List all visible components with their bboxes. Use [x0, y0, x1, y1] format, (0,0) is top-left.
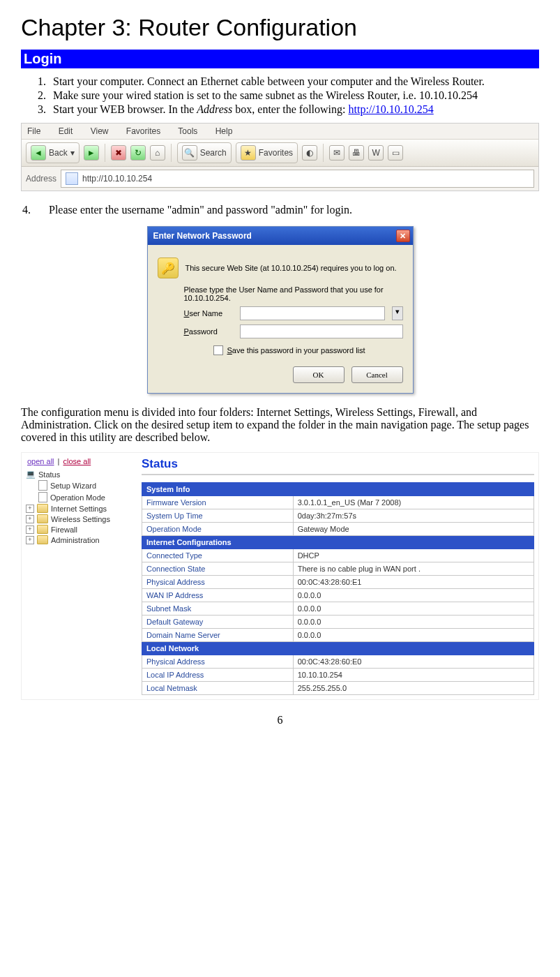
username-dropdown-icon[interactable]: ▾	[392, 306, 403, 320]
step-1: Start your computer. Connect an Ethernet…	[49, 75, 539, 88]
dialog-line-2: Please type the User Name and Password t…	[184, 285, 403, 302]
expand-icon[interactable]: +	[26, 505, 34, 513]
folder-icon	[37, 525, 48, 534]
dialog-line-1: This secure Web Site (at 10.10.10.254) r…	[186, 264, 403, 272]
toolbar-separator-3	[323, 144, 324, 162]
login-steps-list: Start your computer. Connect an Ethernet…	[21, 75, 539, 116]
back-arrow-icon: ◄	[31, 145, 46, 161]
section-heading-login: Login	[21, 50, 539, 68]
dialog-titlebar: Enter Network Password ✕	[148, 227, 413, 245]
tree-operation-mode[interactable]: Operation Mode	[38, 492, 130, 502]
open-all-link[interactable]: open all	[27, 457, 54, 465]
tree-administration[interactable]: +Administration	[26, 535, 130, 544]
section-internet-config: Internet Configurations	[142, 536, 534, 549]
expand-icon[interactable]: +	[26, 536, 34, 544]
document-icon	[38, 492, 47, 502]
document-icon	[38, 480, 47, 491]
local-physical-address-value: 00:0C:43:28:60:E0	[293, 655, 533, 669]
tree-status[interactable]: 💻 Status	[26, 470, 130, 479]
cancel-button[interactable]: Cancel	[351, 366, 403, 383]
ok-button[interactable]: OK	[293, 366, 345, 383]
tree-internet-label: Internet Settings	[51, 505, 107, 513]
star-icon: ★	[241, 145, 256, 161]
firmware-version-label: Firmware Version	[142, 496, 294, 509]
local-physical-address-label: Physical Address	[142, 655, 294, 669]
password-input[interactable]	[240, 325, 403, 338]
subnet-mask-label: Subnet Mask	[142, 602, 294, 616]
connected-type-label: Connected Type	[142, 549, 294, 562]
tree-wireless-label: Wireless Settings	[51, 515, 110, 523]
system-uptime-label: System Up Time	[142, 509, 294, 523]
edit-button[interactable]: W	[368, 145, 384, 161]
address-value: http://10.10.10.254	[82, 174, 152, 184]
tree-wireless-settings[interactable]: +Wireless Settings	[26, 514, 130, 523]
local-netmask-value: 255.255.255.0	[293, 682, 533, 695]
local-ip-value: 10.10.10.254	[293, 669, 533, 682]
step-3-address-word: Address	[197, 103, 232, 115]
username-label: UUser Nameser Name	[184, 309, 233, 318]
page-number: 6	[21, 714, 539, 726]
physical-address-value: 00:0C:43:28:60:E1	[293, 576, 533, 589]
username-input[interactable]	[240, 306, 385, 320]
wan-ip-value: 0.0.0.0	[293, 589, 533, 602]
back-label: Back	[49, 148, 68, 158]
menu-help[interactable]: Help	[215, 126, 233, 136]
menu-favorites[interactable]: Favorites	[126, 126, 160, 136]
address-bar-row: Address http://10.10.10.254	[22, 167, 538, 191]
expand-icon[interactable]: +	[26, 525, 34, 534]
menu-tools[interactable]: Tools	[178, 126, 197, 136]
menu-file[interactable]: File	[27, 126, 40, 136]
search-button[interactable]: 🔍 Search	[177, 142, 232, 163]
dialog-title-text: Enter Network Password	[153, 231, 252, 241]
section-local-network: Local Network	[142, 642, 534, 655]
folder-icon	[37, 514, 48, 523]
favorites-label: Favorites	[259, 148, 293, 158]
router-url-link[interactable]: http://10.10.10.254	[349, 103, 434, 115]
step-3: Start your WEB browser. In the Address b…	[49, 103, 539, 116]
password-dialog: Enter Network Password ✕ 🔑 This secure W…	[147, 226, 414, 394]
section-system-info: System Info	[142, 483, 534, 496]
expand-icon[interactable]: +	[26, 515, 34, 523]
tree-status-label: Status	[38, 470, 60, 479]
navigation-tree: open all | close all 💻 Status Setup Wiza…	[26, 457, 130, 695]
tree-setup-wizard[interactable]: Setup Wizard	[38, 480, 130, 491]
tree-wizard-label: Setup Wizard	[50, 482, 96, 490]
mail-button[interactable]: ✉	[329, 145, 345, 161]
step-3-text-a: Start your WEB browser. In the	[53, 103, 197, 115]
back-button[interactable]: ◄ Back ▾	[26, 142, 80, 163]
toolbar-separator	[105, 144, 105, 162]
menu-view[interactable]: View	[91, 126, 109, 136]
connection-state-value: There is no cable plug in WAN port .	[293, 562, 533, 576]
home-button[interactable]: ⌂	[150, 145, 165, 161]
connected-type-value: DHCP	[293, 549, 533, 562]
forward-button[interactable]: ►	[84, 145, 99, 161]
browser-screenshot: File Edit View Favorites Tools Help ◄ Ba…	[21, 123, 539, 191]
computer-icon: 💻	[26, 470, 36, 479]
step-2: Make sure your wired station is set to t…	[49, 89, 539, 102]
dns-label: Domain Name Server	[142, 629, 294, 642]
print-button[interactable]: 🖶	[349, 145, 364, 161]
media-button[interactable]: ◐	[302, 145, 317, 161]
refresh-button[interactable]: ↻	[130, 145, 146, 161]
discuss-button[interactable]: ▭	[388, 145, 403, 161]
chapter-title: Chapter 3: Router Configuration	[21, 14, 539, 41]
tree-firewall[interactable]: +Firewall	[26, 525, 130, 534]
browser-menu-bar: File Edit View Favorites Tools Help	[22, 124, 538, 140]
address-input[interactable]: http://10.10.10.254	[61, 170, 534, 188]
connection-state-label: Connection State	[142, 562, 294, 576]
save-password-checkbox[interactable]	[213, 345, 223, 355]
close-button[interactable]: ✕	[396, 230, 410, 242]
tree-internet-settings[interactable]: +Internet Settings	[26, 504, 130, 513]
close-all-link[interactable]: close all	[63, 457, 91, 465]
stop-button[interactable]: ✖	[111, 145, 126, 161]
step-3-text-b: box, enter the following:	[232, 103, 348, 115]
save-password-label: Save this password in your password list	[227, 346, 365, 355]
search-icon: 🔍	[182, 145, 197, 161]
default-gateway-label: Default Gateway	[142, 616, 294, 629]
address-label: Address	[26, 174, 56, 184]
menu-edit[interactable]: Edit	[59, 126, 73, 136]
favorites-button[interactable]: ★ Favorites	[236, 142, 298, 163]
subnet-mask-value: 0.0.0.0	[293, 602, 533, 616]
browser-toolbar: ◄ Back ▾ ► ✖ ↻ ⌂ 🔍 Search ★ Favorites ◐ …	[22, 140, 538, 167]
config-menu-paragraph: The configuration menu is divided into f…	[21, 406, 539, 444]
